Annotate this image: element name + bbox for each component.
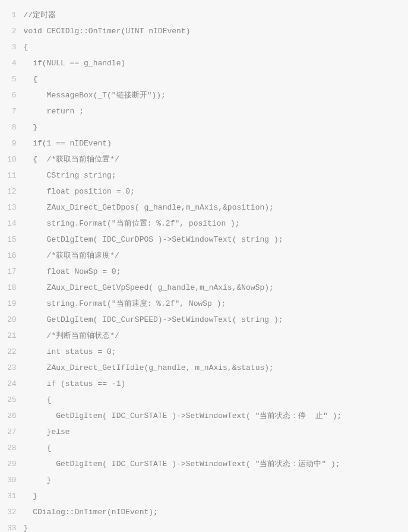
code-line: { [24, 392, 401, 408]
line-number: 29 [7, 456, 17, 472]
code-line: /*获取当前轴速度*/ [24, 248, 401, 264]
code-line: ZAux_Direct_GetVpSpeed( g_handle,m_nAxis… [24, 280, 401, 296]
line-number: 15 [7, 232, 17, 248]
line-number: 33 [7, 520, 17, 532]
code-line: { [24, 39, 401, 55]
code-line: ZAux_Direct_GetDpos( g_handle,m_nAxis,&p… [24, 200, 401, 216]
line-number: 24 [7, 376, 17, 392]
line-number: 13 [7, 200, 17, 216]
code-line: } [24, 119, 401, 135]
line-number: 28 [7, 440, 17, 456]
line-number: 30 [7, 472, 17, 488]
code-line: return ; [24, 103, 401, 119]
line-number: 8 [7, 119, 17, 135]
line-number: 14 [7, 216, 17, 232]
line-number: 21 [7, 328, 17, 344]
line-number: 19 [7, 296, 17, 312]
code-line: } [24, 472, 401, 488]
code-line: if(1 == nIDEvent) [24, 135, 401, 151]
line-number: 31 [7, 488, 17, 504]
code-line: /*判断当前轴状态*/ [24, 328, 401, 344]
line-number: 3 [7, 39, 17, 55]
line-number: 1 [7, 7, 17, 23]
line-number: 2 [7, 23, 17, 39]
code-line: if (status == -1) [24, 376, 401, 392]
code-line: { [24, 71, 401, 87]
code-line: string.Format("当前位置: %.2f", position ); [24, 216, 401, 232]
line-number: 18 [7, 280, 17, 296]
code-line: void CECIDlg::OnTimer(UINT nIDEvent) [24, 23, 401, 39]
line-number: 17 [7, 264, 17, 280]
code-line: CDialog::OnTimer(nIDEvent); [24, 504, 401, 520]
line-number: 32 [7, 504, 17, 520]
line-number: 26 [7, 408, 17, 424]
line-number: 23 [7, 360, 17, 376]
line-number: 25 [7, 392, 17, 408]
code-line: GetDlgItem( IDC_CurSPEED)->SetWindowText… [24, 312, 401, 328]
line-number: 11 [7, 167, 17, 183]
code-line: } [24, 520, 401, 532]
line-number: 4 [7, 55, 17, 71]
line-number-gutter: 1 2 3 4 5 6 7 8 9 10 11 12 13 14 15 16 1… [7, 7, 24, 532]
code-line: int status = 0; [24, 344, 401, 360]
line-number: 20 [7, 312, 17, 328]
line-number: 27 [7, 424, 17, 440]
code-line: }else [24, 424, 401, 440]
line-number: 16 [7, 248, 17, 264]
code-line: } [24, 488, 401, 504]
code-block: 1 2 3 4 5 6 7 8 9 10 11 12 13 14 15 16 1… [7, 7, 401, 532]
code-line: //定时器 [24, 7, 401, 23]
code-line: ZAux_Direct_GetIfIdle(g_handle, m_nAxis,… [24, 360, 401, 376]
code-line: { /*获取当前轴位置*/ [24, 151, 401, 167]
line-number: 6 [7, 87, 17, 103]
code-content: //定时器 void CECIDlg::OnTimer(UINT nIDEven… [24, 7, 401, 532]
line-number: 5 [7, 71, 17, 87]
code-line: GetDlgItem( IDC_CurDPOS )->SetWindowText… [24, 232, 401, 248]
line-number: 7 [7, 103, 17, 119]
line-number: 12 [7, 183, 17, 200]
line-number: 22 [7, 344, 17, 360]
line-number: 10 [7, 151, 17, 167]
code-line: GetDlgItem( IDC_CurSTATE )->SetWindowTex… [24, 408, 401, 424]
code-line: float NowSp = 0; [24, 264, 401, 280]
line-number: 9 [7, 135, 17, 151]
code-line: if(NULL == g_handle) [24, 55, 401, 71]
code-line: { [24, 440, 401, 456]
code-line: GetDlgItem( IDC_CurSTATE )->SetWindowTex… [24, 456, 401, 472]
code-line: string.Format("当前速度: %.2f", NowSp ); [24, 296, 401, 312]
code-line: MessageBox(_T("链接断开")); [24, 87, 401, 103]
code-line: float position = 0; [24, 183, 401, 200]
code-line: CString string; [24, 167, 401, 183]
